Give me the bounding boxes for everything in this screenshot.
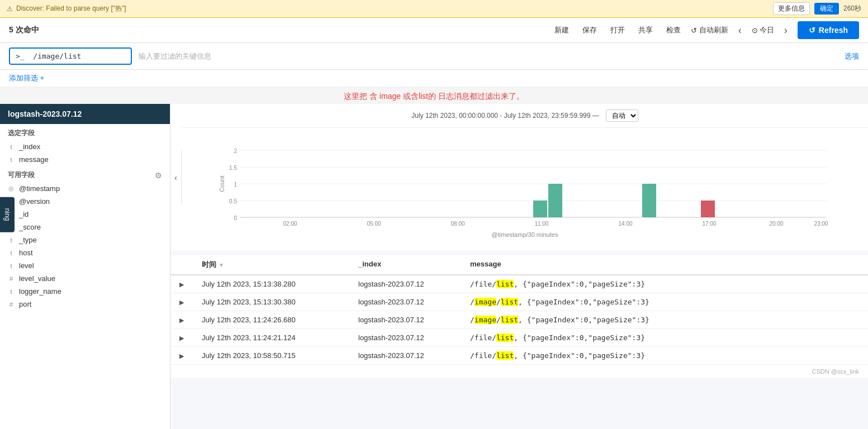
table-row: ▶ July 12th 2023, 10:58:50.715 logstash-…	[170, 347, 868, 365]
refresh-icon: ↺	[691, 26, 697, 35]
table-row: ▶ July 12th 2023, 11:24:26.680 logstash-…	[170, 311, 868, 329]
message-post: , {"pageIndex":0,"pageSize":3}	[514, 351, 645, 360]
table-header: 时间 ▼ _index message	[170, 255, 868, 275]
header-index: _index	[358, 260, 470, 270]
highlight-image: image	[475, 298, 496, 306]
message-cell: /file/list, {"pageIndex":0,"pageSize":3}	[470, 280, 859, 288]
add-filter-link[interactable]: 添加筛选 +	[9, 74, 44, 82]
expand-btn[interactable]: ▶	[179, 281, 184, 288]
svg-text:20:00: 20:00	[769, 221, 783, 227]
svg-text:17:00: 17:00	[702, 221, 716, 227]
toolbar-left: 5 次命中	[9, 25, 39, 35]
bar-4	[701, 201, 715, 217]
share-button[interactable]: 共享	[635, 23, 656, 37]
time-cell: July 12th 2023, 15:13:38.280	[202, 280, 358, 288]
selected-fields-title: 选定字段	[0, 124, 170, 140]
message-cell: /file/list, {"pageIndex":0,"pageSize":3}	[470, 333, 859, 342]
message-cell: /image/list, {"pageIndex":0,"pageSize":3…	[470, 298, 859, 306]
histogram-chart: Count 0 0.5 1 1.5 2	[193, 134, 857, 234]
message-pre: /file/	[470, 333, 496, 342]
sidebar-index-name[interactable]: logstash-2023.07.12	[0, 104, 170, 124]
time-cell: July 12th 2023, 11:24:26.680	[202, 316, 358, 324]
expand-btn[interactable]: ▶	[179, 299, 184, 306]
svg-text:05:00: 05:00	[367, 221, 381, 227]
annotation-text: 这里把 含 image 或含list的 日志消息都过滤出来了。	[0, 87, 868, 104]
sidebar: logstash-2023.07.12 选定字段 t _index t mess…	[0, 104, 170, 429]
highlight-image: image	[475, 316, 496, 324]
message-post: , {"pageIndex":0,"pageSize":3}	[514, 333, 645, 342]
error-actions: 更多信息 确定 260秒	[773, 2, 861, 15]
field-level-value[interactable]: # level_value	[0, 272, 170, 285]
active-count: 5 次命中	[9, 25, 39, 35]
inspect-button[interactable]: 检查	[663, 23, 684, 37]
search-bar: 输入要过滤的关键信息 选项	[0, 43, 868, 70]
field-port[interactable]: # port	[0, 298, 170, 311]
svg-text:1.5: 1.5	[229, 165, 237, 171]
svg-text:2: 2	[234, 148, 237, 154]
index-cell: logstash-2023.07.12	[358, 280, 470, 288]
available-fields-list: ◎ @timestamp t @version t _id # _score t…	[0, 182, 170, 311]
field-id[interactable]: t _id	[0, 208, 170, 221]
index-cell: logstash-2023.07.12	[358, 316, 470, 324]
available-fields-header: 可用字段 ⚙	[0, 166, 170, 182]
auto-refresh: ↺ 自动刷新	[691, 25, 728, 35]
table-row: ▶ July 12th 2023, 15:13:38.280 logstash-…	[170, 275, 868, 293]
svg-text:23:00: 23:00	[814, 221, 828, 227]
today-label: 今日	[760, 25, 774, 35]
field-message[interactable]: t message	[0, 153, 170, 166]
field-score[interactable]: # _score	[0, 221, 170, 233]
header-time[interactable]: 时间 ▼	[202, 260, 358, 270]
results-table: 时间 ▼ _index message ▶ July 12th 2023, 15…	[170, 255, 868, 365]
message-post: , {"pageIndex":0,"pageSize":3}	[518, 316, 649, 324]
auto-select[interactable]: 自动	[606, 109, 638, 122]
left-nav-tab: ning	[0, 197, 15, 232]
main-layout: logstash-2023.07.12 选定字段 t _index t mess…	[0, 104, 868, 429]
error-text: Discover: Failed to parse query ["热"]	[16, 4, 126, 13]
new-button[interactable]: 新建	[551, 23, 572, 37]
content-area: ‹ July 12th 2023, 00:00:00.000 - July 12…	[170, 104, 868, 429]
options-button[interactable]: 选项	[845, 51, 859, 61]
field-type-t: t	[8, 144, 15, 150]
field-index[interactable]: t _index	[0, 140, 170, 153]
query-input[interactable]	[9, 47, 132, 65]
field-type-t2: t	[8, 156, 15, 163]
field-timestamp[interactable]: ◎ @timestamp	[0, 182, 170, 195]
table-row: ▶ July 12th 2023, 11:24:21.124 logstash-…	[170, 329, 868, 347]
error-banner: ⚠ Discover: Failed to parse query ["热"] …	[0, 0, 868, 18]
highlight-list: list	[496, 280, 514, 288]
left-nav-label: ning	[3, 208, 11, 221]
refresh-spin-icon: ↺	[809, 26, 815, 35]
sort-icon: ▼	[219, 262, 224, 268]
today-button[interactable]: ⊙ 今日	[752, 25, 774, 35]
prev-button[interactable]: ‹	[735, 23, 745, 37]
confirm-button[interactable]: 确定	[814, 3, 839, 15]
message-pre: /	[470, 316, 475, 324]
index-cell: logstash-2023.07.12	[358, 298, 470, 306]
next-button[interactable]: ›	[781, 23, 791, 37]
highlight-list: list	[501, 316, 518, 324]
field-type[interactable]: t _type	[0, 233, 170, 246]
svg-text:0: 0	[234, 215, 237, 221]
bar-3	[642, 184, 656, 217]
refresh-button[interactable]: ↺ Refresh	[798, 21, 859, 39]
field-host[interactable]: t host	[0, 246, 170, 259]
more-info-button[interactable]: 更多信息	[773, 2, 810, 15]
auto-refresh-label: 自动刷新	[699, 25, 728, 35]
date-range: July 12th 2023, 00:00:00.000 - July 12th…	[411, 112, 599, 120]
expand-btn[interactable]: ▶	[179, 317, 184, 323]
filter-placeholder: 输入要过滤的关键信息	[139, 51, 838, 61]
highlight-list: list	[501, 298, 518, 306]
collapse-chart-icon[interactable]: ‹	[174, 173, 177, 182]
expand-btn[interactable]: ▶	[179, 352, 184, 359]
field-logger-name[interactable]: t logger_name	[0, 285, 170, 298]
open-button[interactable]: 打开	[607, 23, 628, 37]
save-button[interactable]: 保存	[579, 23, 600, 37]
expand-btn[interactable]: ▶	[179, 335, 184, 341]
field-version[interactable]: t @version	[0, 195, 170, 208]
time-cell: July 12th 2023, 11:24:21.124	[202, 333, 358, 342]
time-cell: July 12th 2023, 15:13:30.380	[202, 298, 358, 306]
refresh-label: Refresh	[819, 26, 848, 35]
svg-text:08:00: 08:00	[450, 221, 464, 227]
field-level[interactable]: t level	[0, 259, 170, 272]
gear-icon[interactable]: ⚙	[155, 171, 162, 180]
